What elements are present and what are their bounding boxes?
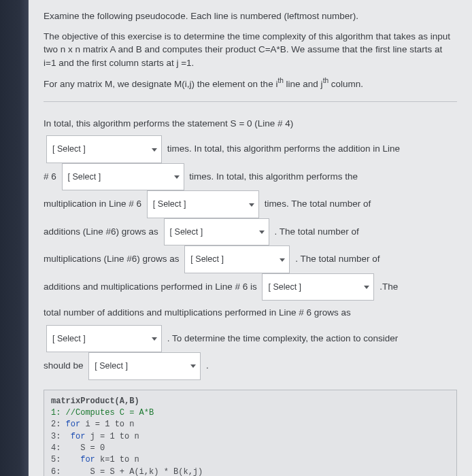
code-line-4: 4: S = 0 — [51, 443, 450, 454]
exercise-page: Examine the following pseudocode. Each l… — [29, 0, 472, 476]
question-flow: In total, this algorithm performs the st… — [44, 112, 457, 379]
intro-line-1: Examine the following pseudocode. Each l… — [44, 10, 457, 23]
code-line-5: 5: for k=1 to n — [51, 454, 450, 466]
flow-line-4: multiplication in Line # 6 [ Select ] ti… — [44, 190, 457, 218]
select-4[interactable]: [ Select ] — [164, 218, 269, 246]
select-6[interactable]: [ Select ] — [262, 273, 374, 301]
select-5[interactable]: [ Select ] — [184, 245, 290, 273]
intro-line-2: The objective of this exercise is to det… — [44, 30, 457, 70]
flow-line-5: additions (Line #6) grows as [ Select ] … — [44, 218, 457, 246]
code-line-1: 1: //Computes C = A*B — [51, 407, 450, 419]
intro-line-3: For any matrix M, we designate M(i,j) th… — [44, 76, 457, 90]
code-line-6: 6: S = S + A(i,k) * B(k,j) — [51, 466, 450, 476]
intro-block: Examine the following pseudocode. Each l… — [44, 10, 457, 90]
code-title: matrixProduct(A,B) — [51, 396, 450, 407]
flow-line-3: # 6 [ Select ] times. In total, this alg… — [44, 163, 457, 191]
code-line-2: 2: for i = 1 to n — [51, 419, 450, 430]
code-line-3: 3: for j = 1 to n — [51, 431, 450, 443]
flow-line-6: multiplications (Line #6) grows as [ Sel… — [44, 245, 457, 273]
flow-line-1: In total, this algorithm performs the st… — [44, 112, 457, 135]
select-2[interactable]: [ Select ] — [62, 163, 184, 191]
flow-line-7: additions and multiplications performed … — [44, 273, 457, 301]
select-3[interactable]: [ Select ] — [147, 190, 259, 218]
pseudocode-box: matrixProduct(A,B) 1: //Computes C = A*B… — [44, 390, 457, 477]
select-1[interactable]: [ Select ] — [46, 135, 162, 163]
divider — [44, 101, 457, 102]
flow-line-8: total number of additions and multiplica… — [44, 301, 457, 324]
select-8[interactable]: [ Select ] — [88, 352, 201, 380]
flow-line-9: [ Select ] . To determine the time compl… — [44, 325, 457, 353]
select-7[interactable]: [ Select ] — [46, 325, 162, 353]
window-left-edge — [0, 0, 29, 476]
flow-line-10: should be [ Select ] . — [44, 352, 457, 380]
flow-line-2: [ Select ] times. In total, this algorit… — [44, 135, 457, 163]
